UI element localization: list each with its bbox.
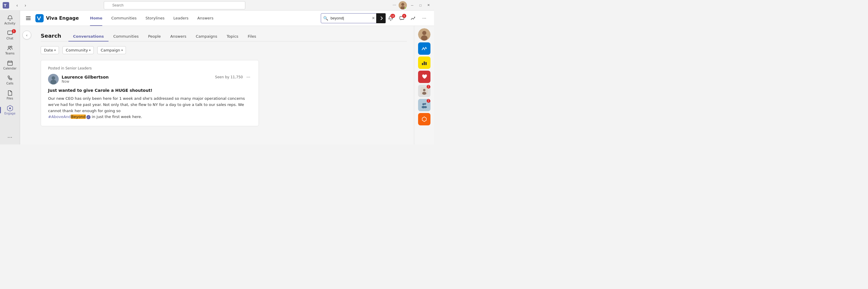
post-body: Just wanted to give Carole a HUGE shouto…	[48, 88, 251, 120]
svg-rect-24	[422, 63, 423, 65]
online-status-dot	[404, 7, 407, 9]
title-bar-ellipsis[interactable]: ···	[393, 3, 396, 7]
nav-link-answers[interactable]: Answers	[193, 10, 218, 26]
author-avatar	[48, 74, 59, 84]
right-panel-app-crm[interactable]	[418, 42, 431, 55]
post-more-button[interactable]: ···	[245, 74, 251, 80]
seen-by: Seen by 11,750	[215, 75, 243, 79]
svg-text:T: T	[4, 3, 6, 8]
close-button[interactable]: ✕	[426, 2, 432, 8]
filter-date[interactable]: Date ▾	[41, 46, 59, 54]
search-tab-campaigns[interactable]: Campaigns	[191, 32, 222, 41]
hamburger-line-3	[26, 20, 31, 20]
header-search-input[interactable]	[321, 13, 385, 23]
nav-link-communities[interactable]: Communities	[107, 10, 141, 26]
title-bar-avatar[interactable]	[399, 1, 407, 9]
title-search-input[interactable]	[104, 1, 245, 9]
svg-point-7	[10, 46, 12, 48]
main-area: Viva Engage Home Communities Storylines …	[20, 10, 434, 145]
messages-badge: 5	[402, 14, 406, 18]
header-search-icon: 🔍	[323, 16, 328, 21]
nav-link-home[interactable]: Home	[86, 10, 106, 26]
svg-point-29	[423, 89, 426, 91]
viva-logo-icon	[35, 14, 44, 22]
search-tab-answers[interactable]: Answers	[165, 32, 191, 41]
rail-item-chat[interactable]: Chat 1	[2, 28, 18, 42]
post-header: Laurence Gilbertson Now Seen by 11,750 ·…	[48, 74, 251, 84]
header-actions: 12 5 ···	[385, 13, 429, 23]
svg-point-17	[52, 76, 55, 80]
svg-point-30	[422, 92, 426, 95]
search-tab-people[interactable]: People	[143, 32, 165, 41]
nav-link-leaders[interactable]: Leaders	[169, 10, 192, 26]
rail-item-calendar[interactable]: Calendar	[2, 58, 18, 72]
content-area: ‹ Search Conversations Communities Peopl…	[20, 26, 434, 145]
search-tab-topics[interactable]: Topics	[222, 32, 243, 41]
messages-button[interactable]: 5	[397, 13, 407, 23]
search-header: Search Conversations Communities People …	[41, 32, 407, 41]
filter-date-label: Date	[44, 48, 53, 52]
search-tab-files[interactable]: Files	[243, 32, 261, 41]
nav-forward-button[interactable]: ›	[22, 2, 29, 9]
right-panel-user-avatar[interactable]	[418, 28, 431, 41]
rail-chat-label: Chat	[6, 37, 13, 40]
nav-back-button[interactable]: ‹	[13, 2, 21, 9]
svg-point-33	[424, 103, 426, 105]
restore-button[interactable]: □	[417, 2, 423, 8]
analytics-button[interactable]	[408, 13, 418, 23]
right-panel-app-person[interactable]: 1	[418, 85, 431, 97]
app-layout: Activity Chat 1 Teams	[0, 10, 434, 145]
app-logo: Viva Engage	[35, 14, 79, 22]
header-more-button[interactable]: ···	[419, 13, 429, 23]
rail-more-button[interactable]: ···	[6, 133, 14, 142]
rail-item-activity[interactable]: Activity	[2, 13, 18, 27]
minimize-button[interactable]: ─	[409, 2, 415, 8]
rail-item-files[interactable]: Files	[2, 88, 18, 102]
post-meta-right: Seen by 11,750 ···	[215, 74, 251, 80]
person-badge: 1	[427, 85, 431, 88]
svg-point-21	[421, 35, 428, 41]
title-search-container: 🔍	[104, 1, 245, 9]
back-button[interactable]: ‹	[22, 31, 31, 39]
chat-badge: 1	[12, 29, 16, 33]
calendar-icon	[7, 60, 13, 66]
post-card: Posted in Senior Leaders	[41, 60, 259, 126]
post-hashtag[interactable]: #AboveAndBeyond	[48, 114, 86, 119]
notifications-badge: 12	[390, 14, 395, 18]
post-text: Our new CEO has only been here for 1 wee…	[48, 96, 251, 120]
rail-item-teams[interactable]: Teams	[2, 43, 18, 57]
rail-item-engage[interactable]: Engage	[2, 103, 18, 117]
search-tab-conversations[interactable]: Conversations	[68, 32, 109, 41]
people-badge: 1	[427, 99, 431, 103]
rail-calls-label: Calls	[6, 82, 13, 85]
teams-logo-icon: T	[2, 2, 9, 9]
app-nav: Home Communities Storylines Leaders Answ…	[86, 10, 321, 26]
app-header: Viva Engage Home Communities Storylines …	[20, 10, 434, 26]
nav-link-storylines[interactable]: Storylines	[141, 10, 168, 26]
right-panel-app-orange[interactable]	[418, 113, 431, 125]
header-search-submit-button[interactable]	[376, 13, 385, 23]
header-search-clear-button[interactable]: ✕	[372, 16, 375, 20]
filter-campaign-label: Campaign	[100, 48, 120, 52]
author-name: Laurence Gilbertson	[62, 75, 109, 79]
post-author: Laurence Gilbertson Now	[48, 74, 109, 84]
files-icon	[7, 90, 13, 96]
hamburger-button[interactable]	[25, 15, 32, 21]
rail-activity-label: Activity	[4, 22, 16, 25]
notifications-button[interactable]: 12	[385, 13, 396, 23]
filter-campaign[interactable]: Campaign ▾	[97, 46, 126, 54]
svg-point-3	[401, 3, 404, 6]
right-panel-app-heart[interactable]	[418, 71, 431, 83]
right-panel-app-chart[interactable]	[418, 57, 431, 69]
search-tab-communities[interactable]: Communities	[108, 32, 143, 41]
post-body-text-1: Our new CEO has only been here for 1 wee…	[48, 96, 245, 113]
app-logo-text: Viva Engage	[46, 15, 79, 21]
filter-community[interactable]: Community ▾	[63, 46, 94, 54]
right-panel-app-people[interactable]: 1	[418, 99, 431, 111]
title-bar: T ‹ › 🔍 ··· ─ □ ✕	[0, 0, 434, 10]
svg-point-35	[424, 106, 427, 108]
rail-item-calls[interactable]: Calls	[2, 73, 18, 87]
right-panel: 1 1	[414, 26, 434, 145]
search-title: Search	[41, 33, 61, 41]
svg-point-18	[51, 80, 56, 84]
